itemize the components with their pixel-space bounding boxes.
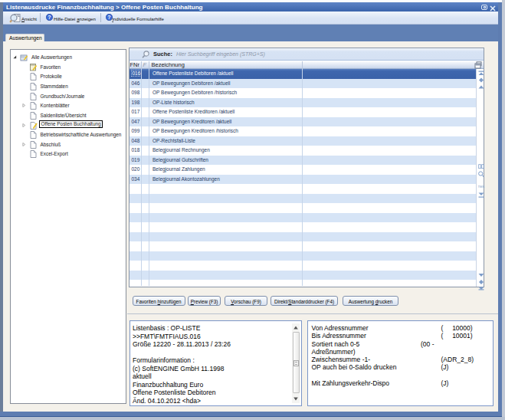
svg-text:?: ? [48, 15, 51, 20]
svg-text:TMS: TMS [477, 185, 484, 189]
svg-text:?: ? [107, 15, 110, 20]
